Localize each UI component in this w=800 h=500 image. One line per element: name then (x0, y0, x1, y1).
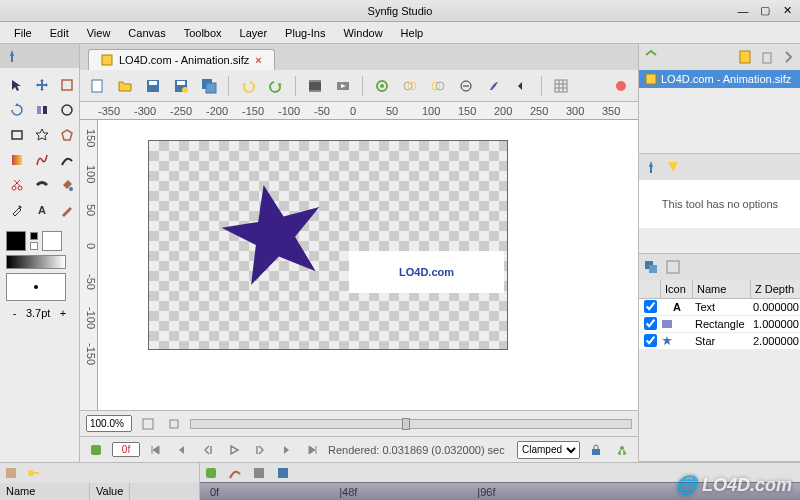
chevron-right-icon[interactable] (781, 49, 797, 65)
cut-tool[interactable] (6, 174, 28, 196)
scale-tool[interactable] (56, 74, 78, 96)
timeline-track[interactable]: 0f |48f |96f (200, 482, 800, 500)
circle-tool[interactable] (56, 99, 78, 121)
polygon-tool[interactable] (56, 124, 78, 146)
text-layer[interactable]: LO4D.com (399, 266, 454, 278)
maximize-button[interactable]: ▢ (758, 4, 772, 18)
menu-toolbox[interactable]: Toolbox (176, 24, 230, 42)
keyframe-lock-button[interactable] (586, 440, 606, 460)
gradient-tool[interactable] (6, 149, 28, 171)
spline-tool[interactable] (31, 149, 53, 171)
render-button[interactable] (304, 75, 326, 97)
fg-color-swatch[interactable] (6, 231, 26, 251)
canvas-browser-item[interactable]: LO4D.com - Animation.sifz (639, 70, 800, 88)
bg-color-swatch[interactable] (42, 231, 62, 251)
draw-tool[interactable] (56, 149, 78, 171)
rectangle-layer[interactable]: LO4D.com (349, 251, 504, 293)
close-button[interactable]: ✕ (780, 4, 794, 18)
rectangle-tool[interactable] (6, 124, 28, 146)
document-tab[interactable]: LO4D.com - Animation.sifz × (88, 49, 275, 70)
zoom-slider[interactable] (190, 419, 632, 429)
redo-button[interactable] (265, 75, 287, 97)
seek-end-button[interactable] (302, 440, 322, 460)
seek-prev-kf-button[interactable] (172, 440, 192, 460)
seek-next-frame-button[interactable] (250, 440, 270, 460)
layers-tab2-icon[interactable] (665, 259, 681, 275)
params-tab-icon[interactable] (4, 466, 18, 480)
canvas-browser-home-icon[interactable] (643, 49, 659, 65)
canvas-viewport[interactable]: LO4D.com (98, 120, 638, 410)
onion-next-button[interactable] (427, 75, 449, 97)
timeline-tab-curves-icon[interactable] (228, 466, 242, 480)
interpolation-select[interactable]: Clamped (517, 441, 580, 459)
feather-button[interactable] (483, 75, 505, 97)
toolbox-tab-icon[interactable] (4, 48, 20, 64)
layer-visible-checkbox[interactable] (644, 334, 657, 347)
animate-toggle[interactable] (86, 440, 106, 460)
layer-visible-checkbox[interactable] (644, 300, 657, 313)
close-tab-button[interactable]: × (255, 54, 261, 66)
menu-view[interactable]: View (79, 24, 119, 42)
layer-row-star[interactable]: Star 2.000000 (639, 333, 800, 350)
menu-canvas[interactable]: Canvas (120, 24, 173, 42)
preview-button[interactable] (332, 75, 354, 97)
layer-row-text[interactable]: A Text 0.000000 (639, 299, 800, 316)
canvas-browser-delete-icon[interactable] (759, 49, 775, 65)
brush-inc[interactable]: + (60, 307, 66, 319)
star-layer[interactable] (219, 179, 329, 289)
canvas-browser-new-icon[interactable] (737, 49, 753, 65)
timeline-tab-palette-icon[interactable] (276, 466, 290, 480)
save-button[interactable] (142, 75, 164, 97)
tool-options-tab2-icon[interactable] (665, 159, 681, 175)
onion-prev-button[interactable] (399, 75, 421, 97)
mirror-tool[interactable] (31, 99, 53, 121)
sketch-tool[interactable] (56, 199, 78, 221)
star-tool[interactable] (31, 124, 53, 146)
save-all-button[interactable] (198, 75, 220, 97)
swap-colors[interactable] (30, 242, 38, 250)
seek-start-button[interactable] (146, 440, 166, 460)
undo-button[interactable] (237, 75, 259, 97)
grid-button[interactable] (550, 75, 572, 97)
tool-options-tab-icon[interactable] (643, 159, 659, 175)
zoom-input[interactable] (86, 415, 132, 432)
menu-plugins[interactable]: Plug-Ins (277, 24, 333, 42)
timeline-tab-keyframes-icon[interactable] (204, 466, 218, 480)
eyedropper-tool[interactable] (6, 199, 28, 221)
fill-tool[interactable] (56, 174, 78, 196)
frame-input[interactable] (112, 442, 140, 457)
width-tool[interactable] (31, 174, 53, 196)
menu-help[interactable]: Help (393, 24, 432, 42)
layer-visible-checkbox[interactable] (644, 317, 657, 330)
onion-skin-button[interactable] (371, 75, 393, 97)
seek-prev-frame-button[interactable] (198, 440, 218, 460)
zoom-100-button[interactable] (164, 414, 184, 434)
save-as-button[interactable] (170, 75, 192, 97)
text-tool[interactable]: A (31, 199, 53, 221)
onion-settings-button[interactable] (455, 75, 477, 97)
menu-layer[interactable]: Layer (232, 24, 276, 42)
move-tool[interactable] (31, 74, 53, 96)
rotate-tool[interactable] (6, 99, 28, 121)
reset-colors[interactable] (30, 232, 38, 240)
layers-tab-icon[interactable] (643, 259, 659, 275)
seek-next-kf-button[interactable] (276, 440, 296, 460)
new-file-button[interactable] (86, 75, 108, 97)
past-keyframe-button[interactable] (511, 75, 533, 97)
gradient-swatch[interactable] (6, 255, 66, 269)
menu-file[interactable]: File (6, 24, 40, 42)
layer-row-rectangle[interactable]: Rectangle 1.000000 (639, 316, 800, 333)
transform-tool[interactable] (6, 74, 28, 96)
params-tab2-icon[interactable] (26, 466, 40, 480)
animate-mode-button[interactable] (612, 440, 632, 460)
open-file-button[interactable] (114, 75, 136, 97)
brush-preview[interactable] (6, 273, 66, 301)
minimize-button[interactable]: — (736, 4, 750, 18)
zoom-fit-button[interactable] (138, 414, 158, 434)
timeline-tab-history-icon[interactable] (252, 466, 266, 480)
brush-dec[interactable]: - (13, 307, 17, 319)
play-button[interactable] (224, 440, 244, 460)
menu-edit[interactable]: Edit (42, 24, 77, 42)
menu-window[interactable]: Window (335, 24, 390, 42)
record-button[interactable] (610, 75, 632, 97)
